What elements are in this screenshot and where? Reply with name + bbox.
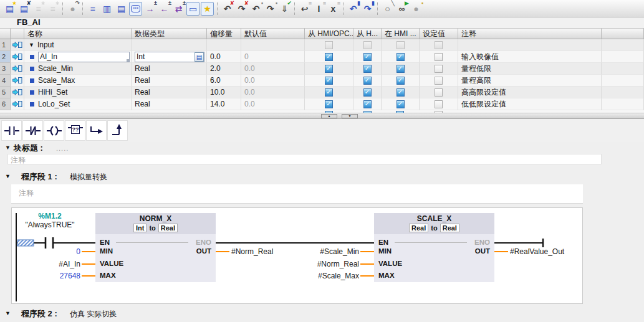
collapse-triangle-icon[interactable]: ▼ [5, 310, 11, 316]
show-output-parameters-icon[interactable]: ←± [158, 2, 171, 16]
row-number[interactable]: 5 [0, 87, 11, 98]
goto-next-error-icon[interactable]: ↷✘ [235, 2, 248, 16]
contact-address[interactable]: %M1.2 [19, 212, 81, 220]
datatype-cell[interactable]: Real [132, 75, 207, 87]
network-2-header[interactable]: ▼ 程序段 2 : 仿真 实际切换 [0, 308, 644, 322]
default-value-cell[interactable]: 0.0 [241, 75, 305, 87]
row-number[interactable]: 3 [0, 63, 11, 75]
default-value-cell[interactable]: 0.0 [241, 98, 305, 110]
network-1-title[interactable]: 模拟量转换 [70, 172, 107, 182]
comment-cell[interactable]: 高高限设定值 [458, 87, 602, 98]
scale-min-operand[interactable]: #Scale_Min [284, 247, 359, 256]
open-all-networks-icon[interactable]: ▥ [100, 2, 113, 16]
checkbox-unchecked[interactable] [435, 41, 443, 49]
insert-row-below-icon[interactable]: ≡∗ [46, 2, 59, 16]
checkbox-checked[interactable] [363, 77, 372, 85]
show-input-parameters-icon[interactable]: →± [143, 2, 156, 16]
checkbox-unchecked[interactable] [325, 41, 333, 49]
table-code-splitter[interactable]: ▲ ▼ [0, 113, 644, 119]
row-number[interactable]: 1 [0, 39, 11, 51]
checkbox-checked[interactable] [325, 53, 333, 61]
name-edit-field[interactable]: AI_In [38, 52, 130, 62]
offset-cell[interactable]: 10.0 [207, 87, 241, 98]
checkbox-checked[interactable] [325, 65, 333, 73]
checkbox-checked[interactable] [363, 100, 372, 108]
checkbox-checked[interactable] [325, 77, 333, 85]
coil-button[interactable] [44, 120, 64, 141]
collapse-triangle-icon[interactable]: ▼ [5, 144, 11, 151]
column-header[interactable]: 名称 [24, 28, 132, 39]
variable-name-cell[interactable]: Scale_Max [24, 75, 132, 87]
cross-references-icon[interactable]: x≡ [327, 2, 340, 16]
update-block-calls-icon[interactable]: ↶▪ [249, 2, 262, 16]
delete-row-icon[interactable]: ▤✘ [17, 2, 31, 16]
checkbox-unchecked[interactable] [435, 77, 443, 85]
column-header[interactable]: 数据类型 [132, 28, 207, 39]
scale-max-operand[interactable]: #Scale_Max [284, 272, 359, 280]
column-header[interactable]: 在 HMI ... [382, 28, 420, 39]
expander-icon[interactable]: ▼ [29, 42, 34, 48]
splitter-collapse-button[interactable]: ▲ [321, 114, 337, 118]
norm-max-operand[interactable]: 27648 [24, 272, 80, 280]
comment-cell[interactable] [458, 39, 602, 51]
block-type-to[interactable]: Real [440, 224, 459, 232]
checkbox-unchecked[interactable] [396, 41, 405, 49]
collapse-triangle-icon[interactable]: ▼ [5, 173, 11, 179]
checkbox-checked[interactable] [396, 77, 405, 85]
network-2-title[interactable]: 仿真 实际切换 [70, 309, 117, 320]
column-header[interactable]: 设定值 [420, 28, 458, 39]
checkbox-checked[interactable] [325, 88, 333, 97]
keep-actual-values-icon[interactable]: ●↷ [66, 2, 79, 16]
checkbox-checked[interactable] [363, 88, 372, 97]
program-status-icon[interactable]: ▭ [186, 2, 199, 16]
show-inout-parameters-icon[interactable]: ⇄± [172, 2, 185, 16]
checkbox-checked[interactable] [363, 65, 372, 73]
norm-min-operand[interactable]: 0 [24, 247, 80, 256]
datatype-picker-button[interactable]: ▤ [195, 52, 204, 62]
default-value-cell[interactable]: 0.0 [241, 63, 305, 75]
datatype-cell[interactable] [132, 39, 207, 51]
contact-name[interactable]: "AlwaysTRUE" [19, 220, 81, 229]
norm-out-operand[interactable]: #Norm_Real [231, 247, 273, 256]
block-type-from[interactable]: Int [133, 224, 147, 232]
no-contact-button[interactable] [1, 120, 22, 141]
open-branch-button[interactable] [86, 120, 107, 141]
offset-cell[interactable]: 14.0 [207, 98, 241, 110]
checkbox-checked[interactable] [396, 88, 405, 97]
offset-cell[interactable]: 0.0 [207, 51, 241, 63]
ladder-canvas[interactable]: %M1.2 "AlwaysTRUE" NORM_X Int to Real EN… [11, 207, 583, 304]
checkbox-checked[interactable] [396, 53, 405, 61]
row-number[interactable]: 4 [0, 75, 11, 87]
checkbox-checked[interactable] [396, 100, 405, 108]
close-branch-button[interactable] [107, 120, 128, 141]
insert-row-icon[interactable]: ▤★ [3, 2, 16, 16]
datatype-cell[interactable]: Real [132, 63, 207, 75]
know-how-protection-icon[interactable]: ●▪ [410, 2, 423, 16]
checkbox-checked[interactable] [325, 100, 333, 108]
absolute-operands-icon[interactable]: ≡ [86, 2, 99, 16]
nc-contact-button[interactable] [22, 120, 43, 141]
checkbox-checked[interactable] [363, 53, 372, 61]
resize-grip[interactable] [127, 59, 129, 62]
block-title-placeholder[interactable]: ..... [56, 144, 69, 152]
column-header[interactable]: 偏移量 [207, 28, 241, 39]
selected-wire-handle[interactable] [17, 240, 34, 246]
column-header[interactable]: 从 HMI/OPC.. [305, 28, 353, 39]
datatype-cell[interactable]: Real [132, 87, 207, 98]
row-number[interactable]: 6 [0, 98, 11, 110]
call-structure-icon[interactable]: ↩≡ [298, 2, 311, 16]
consistency-check-icon[interactable]: ⇓✔ [278, 2, 291, 16]
insert-row-above-icon[interactable]: ≡∗ [32, 2, 45, 16]
network-1-header[interactable]: ▼ 程序段 1 : 模拟量转换 [0, 171, 644, 184]
empty-box-button[interactable]: ?? [65, 120, 85, 141]
network-1-comment-field[interactable]: 注释 [11, 184, 583, 204]
default-value-cell[interactable] [241, 39, 305, 51]
norm-value-operand[interactable]: #AI_In [24, 260, 80, 268]
variable-name-cell[interactable]: AI_In [24, 51, 132, 63]
column-header[interactable]: 默认值 [241, 28, 305, 39]
splitter-expand-button[interactable]: ▼ [342, 114, 358, 118]
offset-cell[interactable] [207, 39, 241, 51]
synchronize-block-icon[interactable]: ↷▪ [264, 2, 277, 16]
network-comments-icon[interactable]: ⋯ [129, 2, 142, 16]
column-header[interactable]: 从 H... [353, 28, 382, 39]
